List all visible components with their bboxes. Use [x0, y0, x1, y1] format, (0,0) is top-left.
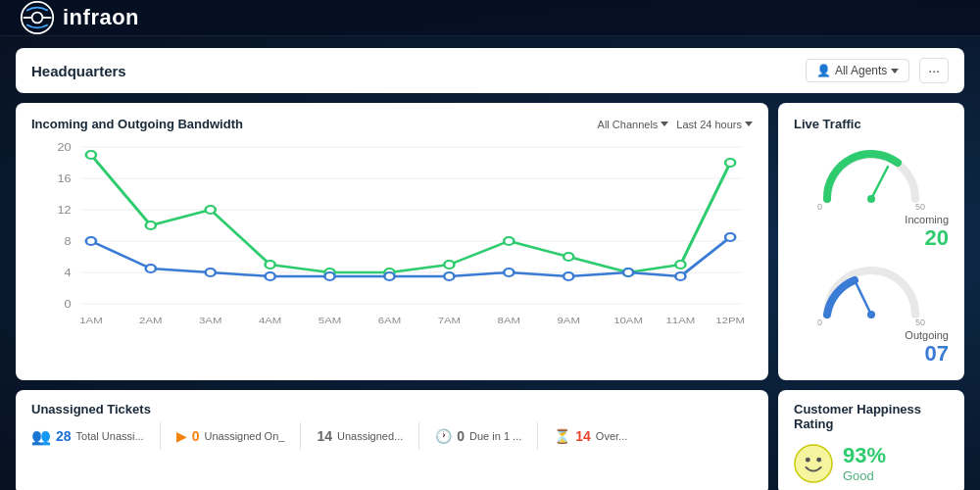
divider-3: [418, 422, 419, 450]
svg-text:7AM: 7AM: [438, 316, 461, 325]
more-options-button[interactable]: ···: [919, 58, 949, 83]
ticket-due: 🕐 0 Due in 1 ...: [435, 428, 521, 444]
chevron-down-icon: [891, 69, 899, 74]
svg-point-35: [504, 237, 514, 245]
ticket-total: 👥 28 Total Unassi...: [31, 427, 144, 446]
svg-text:8AM: 8AM: [498, 316, 520, 325]
incoming-label: Incoming: [794, 214, 949, 225]
svg-text:5AM: 5AM: [318, 316, 341, 325]
happiness-value: 93%: [843, 443, 886, 468]
unassigned-count: 14: [317, 428, 332, 444]
svg-text:2AM: 2AM: [139, 316, 162, 325]
ticket-over: ⏳ 14 Over...: [554, 428, 627, 444]
svg-point-28: [86, 151, 96, 159]
dashboard-content: Headquarters 👤 All Agents ··· Incoming a…: [0, 36, 980, 490]
time-filter-label: Last 24 hours: [676, 119, 742, 130]
divider-1: [160, 422, 161, 450]
bandwidth-chart-card: Incoming and Outgoing Bandwidth All Chan…: [16, 103, 768, 380]
tickets-row: 👥 28 Total Unassi... ▶ 0 Unassigned On_ …: [31, 422, 753, 450]
svg-point-31: [266, 261, 275, 269]
person-icon: 👤: [816, 64, 831, 77]
outgoing-value: 07: [794, 341, 949, 367]
svg-point-43: [266, 272, 275, 280]
svg-point-1: [32, 13, 43, 24]
svg-point-50: [675, 272, 685, 280]
svg-point-29: [146, 221, 156, 229]
bandwidth-svg: 20 16 12 8 4 0 1AM 2AM 3AM 4AM 5AM 6AM 7…: [31, 137, 753, 333]
svg-point-41: [146, 265, 156, 272]
svg-point-38: [675, 261, 685, 269]
chart-header: Incoming and Outgoing Bandwidth All Chan…: [31, 117, 753, 131]
svg-text:8: 8: [65, 236, 72, 247]
svg-point-39: [725, 159, 735, 167]
smiley-icon: [794, 444, 833, 483]
ticket-unassigned-on: ▶ 0 Unassigned On_: [176, 428, 285, 444]
time-filter[interactable]: Last 24 hours: [676, 119, 753, 130]
svg-text:1AM: 1AM: [79, 316, 102, 325]
svg-point-47: [504, 269, 514, 276]
happiness-title: Customer Happiness Rating: [794, 402, 949, 431]
svg-point-30: [206, 206, 216, 214]
svg-text:3AM: 3AM: [199, 316, 221, 325]
svg-point-51: [725, 233, 735, 241]
svg-point-36: [564, 253, 573, 261]
outgoing-gauge-svg: [817, 261, 925, 319]
divider-4: [537, 422, 538, 450]
channel-filter[interactable]: All Channels: [598, 119, 669, 130]
incoming-max: 50: [915, 202, 925, 212]
svg-point-49: [623, 269, 633, 276]
svg-line-52: [871, 167, 888, 199]
divider-2: [300, 422, 301, 450]
happiness-card: Customer Happiness Rating 93% Good: [778, 390, 964, 490]
svg-point-57: [806, 457, 810, 462]
svg-text:16: 16: [58, 173, 72, 184]
incoming-value: 20: [794, 225, 949, 251]
incoming-gauge-svg: [817, 145, 925, 204]
svg-text:4AM: 4AM: [259, 316, 281, 325]
hourglass-icon: ⏳: [554, 428, 570, 444]
clock-icon: 🕐: [435, 428, 452, 444]
unassigned-label: Unassigned...: [337, 430, 403, 442]
svg-point-48: [564, 272, 573, 280]
channel-filter-label: All Channels: [598, 119, 659, 130]
over-label: Over...: [596, 430, 627, 442]
outgoing-gauge: 0 50 Outgoing 07: [794, 261, 949, 367]
person-double-icon: 👥: [31, 427, 51, 446]
unassigned-on-count: 0: [192, 428, 200, 444]
svg-text:11AM: 11AM: [666, 316, 696, 325]
svg-text:12: 12: [58, 205, 72, 216]
over-count: 14: [575, 428, 591, 444]
chart-area: 20 16 12 8 4 0 1AM 2AM 3AM 4AM 5AM 6AM 7…: [31, 137, 753, 333]
svg-line-54: [857, 284, 871, 315]
svg-point-40: [86, 237, 96, 245]
outgoing-max: 50: [915, 318, 925, 327]
svg-text:20: 20: [58, 142, 72, 153]
incoming-min: 0: [817, 202, 822, 212]
svg-text:4: 4: [65, 268, 73, 278]
all-agents-dropdown[interactable]: 👤 All Agents: [806, 59, 909, 82]
page-header-card: Headquarters 👤 All Agents ···: [16, 48, 964, 93]
unassigned-on-label: Unassigned On_: [204, 430, 284, 442]
svg-point-58: [816, 457, 821, 462]
ticket-unassigned: 14 Unassigned...: [317, 428, 403, 444]
svg-text:12PM: 12PM: [715, 316, 745, 325]
tickets-title: Unassigned Tickets: [31, 402, 753, 416]
svg-text:10AM: 10AM: [613, 316, 643, 325]
chart-controls: All Channels Last 24 hours: [598, 119, 753, 130]
total-label: Total Unassi...: [76, 430, 144, 442]
agent-label: All Agents: [835, 64, 887, 77]
due-count: 0: [457, 428, 465, 444]
chart-title: Incoming and Outgoing Bandwidth: [31, 117, 243, 131]
happiness-score: 93% Good: [843, 443, 886, 483]
happiness-content: 93% Good: [794, 443, 949, 483]
app-header: infraon: [0, 0, 980, 36]
time-chevron-icon: [745, 122, 753, 126]
outgoing-label: Outgoing: [794, 329, 949, 341]
logo-icon: [20, 0, 55, 35]
header-controls: 👤 All Agents ···: [806, 58, 949, 83]
tickets-card: Unassigned Tickets 👥 28 Total Unassi... …: [16, 390, 768, 490]
live-traffic-title: Live Traffic: [794, 117, 949, 131]
logo-text: infraon: [63, 5, 139, 30]
svg-point-45: [384, 272, 394, 280]
bottom-row: Unassigned Tickets 👥 28 Total Unassi... …: [16, 390, 964, 490]
